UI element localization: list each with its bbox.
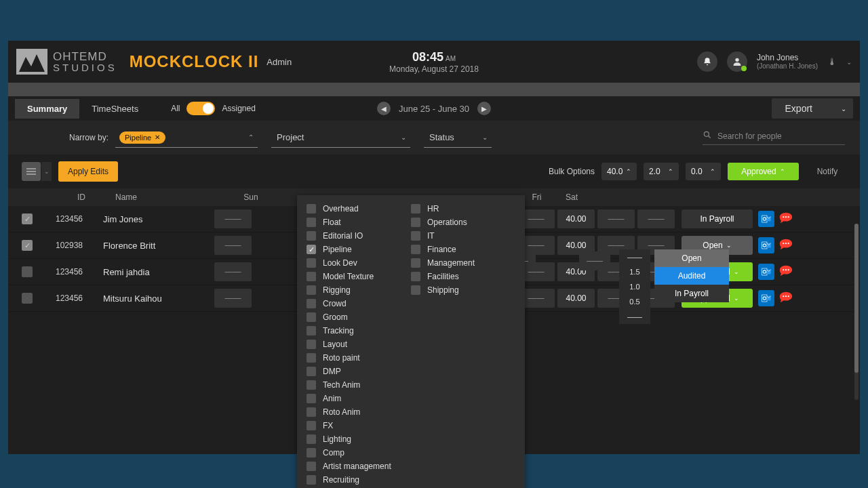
project-option[interactable]: Crowd [307, 297, 411, 310]
chat-icon[interactable] [778, 211, 793, 226]
bulk-val-opt[interactable]: —— [619, 249, 650, 264]
bulk-action-menu[interactable]: ⌄ [22, 162, 52, 181]
project-option[interactable]: Model Texture [307, 270, 411, 283]
narrow-by-select[interactable]: Pipeline ✕ ⌃ [115, 127, 258, 148]
tab-row: Summary TimeSheets All Assigned ◀ June 2… [8, 96, 860, 121]
cell-extra1[interactable]: —— [597, 209, 635, 228]
checkbox-icon [307, 434, 316, 444]
project-option[interactable]: Float [307, 216, 411, 229]
chat-icon[interactable] [778, 290, 793, 305]
bulk-val-opt[interactable]: 1.0 [619, 279, 650, 294]
org-logo-icon [16, 49, 47, 75]
project-option[interactable]: Roto Anim [307, 405, 411, 419]
chat-icon[interactable] [778, 237, 793, 252]
cell-sun[interactable]: —— [214, 262, 252, 281]
project-option[interactable]: Recruiting [307, 473, 411, 487]
project-dropdown[interactable]: OverheadFloatEditorial IO✓PipelineLook D… [297, 195, 525, 488]
project-option[interactable]: Editorial IO [307, 229, 411, 243]
row-checkbox[interactable]: ✓ [22, 214, 33, 224]
project-option[interactable]: Overhead [307, 202, 411, 216]
row-status-button[interactable]: In Payroll [682, 209, 753, 228]
scrollbar-thumb[interactable] [854, 224, 859, 373]
project-select[interactable]: Project ⌄ [271, 127, 410, 148]
bulk-status-approved[interactable]: Approved⌃ [728, 163, 799, 180]
apply-edits-button[interactable]: Apply Edits [58, 161, 118, 182]
close-icon[interactable]: ✕ [155, 134, 160, 141]
project-option[interactable]: FX [307, 419, 411, 432]
outlook-icon[interactable] [758, 264, 774, 280]
row-checkbox[interactable]: ✓ [22, 240, 33, 251]
project-option[interactable]: HR [411, 202, 515, 216]
project-option[interactable]: Groom [307, 310, 411, 324]
assignment-switch[interactable] [186, 102, 215, 115]
project-option[interactable]: Tech Anim [307, 378, 411, 392]
project-option[interactable]: Tracking [307, 324, 411, 338]
bulk-value-dropdown[interactable]: —— 1.5 1.0 0.5 —— [619, 249, 650, 324]
row-checkbox[interactable] [22, 293, 33, 304]
date-range-text[interactable]: June 25 - June 30 [399, 104, 469, 114]
outlook-icon[interactable] [758, 237, 774, 253]
project-option[interactable]: Facilities [411, 270, 515, 283]
bulk-value-2[interactable]: 2.0⌃ [644, 163, 679, 180]
outlook-icon[interactable] [758, 290, 774, 306]
svg-point-13 [785, 216, 787, 218]
cell-total[interactable]: 40.00 [557, 209, 595, 228]
checkbox-icon [307, 204, 316, 214]
bulk-status-open[interactable]: Open [654, 249, 729, 267]
bulk-value-1[interactable]: 40.0⌃ [601, 163, 637, 180]
bulk-status-audited[interactable]: Audited [654, 267, 729, 285]
tab-timesheets[interactable]: TimeSheets [79, 99, 151, 119]
prev-week-icon[interactable]: ◀ [377, 102, 391, 115]
chat-icon[interactable] [778, 264, 793, 279]
project-option[interactable]: IT [411, 229, 515, 243]
cell-sun[interactable]: —— [214, 236, 252, 255]
avatar-icon[interactable] [727, 52, 747, 72]
project-option[interactable]: Operations [411, 216, 515, 229]
project-option[interactable]: Rigging [307, 283, 411, 297]
bulk-val-opt[interactable]: —— [619, 309, 650, 324]
row-checkbox[interactable] [22, 266, 33, 277]
search-input[interactable]: Search for people [703, 130, 845, 145]
tab-summary[interactable]: Summary [15, 99, 79, 119]
scrollbar[interactable] [854, 224, 859, 400]
svg-point-36 [783, 296, 784, 297]
project-option[interactable]: Lighting [307, 432, 411, 446]
project-option[interactable]: Comp [307, 446, 411, 460]
cell-extra2[interactable]: —— [637, 209, 675, 228]
project-option[interactable]: Look Dev [307, 256, 411, 270]
cell-sun[interactable]: —— [214, 289, 252, 308]
outlook-icon[interactable] [758, 211, 774, 227]
project-option[interactable]: Finance [411, 243, 515, 256]
bulk-val-opt[interactable]: 0.5 [619, 294, 650, 309]
project-option[interactable]: Layout [307, 338, 411, 351]
header-right: John Jones (Jonathan H. Jones) 🌡 ⌄ [697, 52, 852, 72]
export-button[interactable]: Export ⌄ [772, 98, 853, 119]
project-option[interactable]: Artist management [307, 460, 411, 473]
notifications-icon[interactable] [697, 52, 717, 72]
user-info[interactable]: John Jones (Jonathan H. Jones) [757, 53, 818, 70]
user-menu-caret-icon[interactable]: ⌄ [846, 58, 852, 66]
checkbox-icon [307, 258, 316, 268]
bulk-val-opt[interactable]: 1.5 [619, 264, 650, 279]
toggle-all-label: All [171, 104, 180, 113]
project-select-label: Project [277, 132, 304, 142]
project-option[interactable]: Anim [307, 392, 411, 405]
next-week-icon[interactable]: ▶ [477, 102, 491, 115]
project-option[interactable]: ✓Pipeline [307, 243, 411, 256]
bulk-options-label: Bulk Options [549, 167, 595, 176]
cell-total[interactable]: 40.00 [557, 289, 595, 308]
project-option[interactable]: DMP [307, 365, 411, 378]
project-option[interactable]: Roto paint [307, 351, 411, 365]
status-select[interactable]: Status ⌄ [424, 127, 492, 148]
project-option[interactable]: Shipping [411, 283, 515, 297]
bulk-status-inpayroll[interactable]: In Payroll [654, 285, 729, 302]
clock-ampm: AM [446, 55, 456, 62]
project-option[interactable]: Management [411, 256, 515, 270]
checkbox-icon [307, 272, 316, 281]
svg-point-22 [788, 243, 789, 244]
svg-point-38 [788, 296, 789, 297]
thermometer-icon[interactable]: 🌡 [827, 56, 837, 67]
bulk-status-dropdown[interactable]: Open Audited In Payroll [654, 249, 729, 302]
cell-sun[interactable]: —— [214, 209, 252, 228]
row-notify [758, 237, 793, 253]
